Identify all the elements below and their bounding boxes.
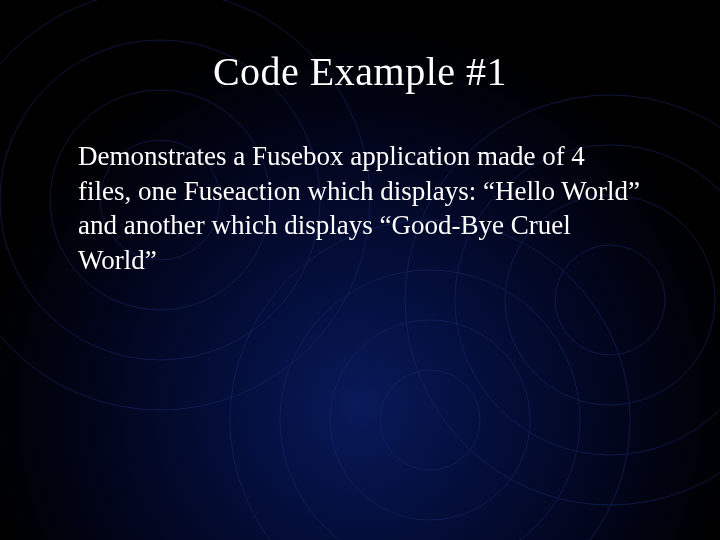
svg-point-5 xyxy=(330,320,530,520)
slide-body: Demonstrates a Fusebox application made … xyxy=(70,139,650,277)
slide-content: Code Example #1 Demonstrates a Fusebox a… xyxy=(0,0,720,277)
svg-point-6 xyxy=(280,270,580,540)
slide-title: Code Example #1 xyxy=(70,48,650,95)
svg-point-4 xyxy=(380,370,480,470)
